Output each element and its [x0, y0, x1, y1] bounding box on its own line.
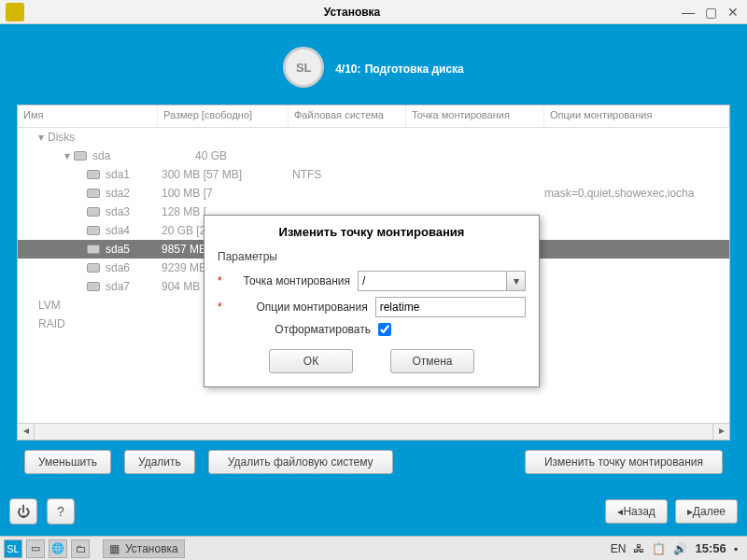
step-header: SL 4/10: Подготовка диска — [9, 34, 738, 105]
app-logo-icon — [6, 3, 24, 21]
back-button[interactable]: ◂ Назад — [605, 499, 667, 524]
mount-dialog: Изменить точку монтирования Параметры * … — [204, 215, 540, 387]
action-row: Уменьшить Удалить Удалить файловую систе… — [9, 441, 738, 483]
start-button[interactable]: SL — [4, 539, 22, 558]
opts-row: * Опции монтирования — [218, 297, 526, 317]
scroll-right-icon[interactable]: ▸ — [712, 424, 729, 440]
next-button[interactable]: ▸ Далее — [675, 499, 738, 524]
col-mount[interactable]: Точка монтирования — [406, 105, 544, 127]
help-button[interactable]: ? — [47, 498, 75, 525]
scroll-left-icon[interactable]: ◂ — [18, 424, 35, 440]
dialog-section: Параметры — [218, 250, 526, 263]
clipboard-icon[interactable]: 📋 — [652, 542, 666, 555]
collapse-icon[interactable]: ▾ — [64, 149, 70, 162]
main-area: SL 4/10: Подготовка диска Имя Размер [св… — [0, 24, 747, 536]
h-scrollbar[interactable]: ◂ ▸ — [18, 423, 729, 440]
partition-icon — [87, 245, 100, 254]
mount-label: Точка монтирования — [226, 274, 358, 287]
show-desktop-button[interactable]: ▭ — [26, 539, 45, 558]
step-progress: 4/10: — [335, 63, 360, 76]
tray-expand-icon[interactable]: ▪ — [734, 542, 738, 555]
partition-icon — [87, 189, 100, 198]
opts-input[interactable] — [375, 297, 526, 317]
format-row: Отформатировать — [218, 323, 526, 336]
format-checkbox[interactable] — [378, 323, 391, 336]
keyboard-layout[interactable]: EN — [611, 542, 627, 555]
table-header: Имя Размер [свободно] Файловая система Т… — [18, 105, 729, 128]
close-button[interactable]: ✕ — [725, 4, 741, 21]
collapse-icon[interactable]: ▾ — [38, 131, 44, 144]
required-icon: * — [218, 274, 222, 287]
required-icon: * — [218, 301, 222, 314]
partition-icon — [87, 226, 100, 235]
bottom-nav: ⏻ ? ◂ Назад ▸ Далее — [9, 498, 738, 525]
maximize-button[interactable]: ▢ — [702, 4, 719, 21]
browser-launcher[interactable]: 🌐 — [49, 539, 67, 558]
tree-part-sda1[interactable]: sda1300 MB [57 MB]NTFS — [18, 165, 729, 184]
partition-icon — [87, 170, 100, 179]
opts-label: Опции монтирования — [226, 301, 375, 314]
network-icon[interactable]: 🖧 — [633, 542, 644, 555]
chevron-down-icon[interactable]: ▾ — [507, 271, 526, 291]
titlebar: Установка — ▢ ✕ — [0, 0, 747, 24]
ok-button[interactable]: ОК — [269, 349, 353, 373]
tree-disks[interactable]: ▾Disks — [18, 128, 729, 147]
partition-icon — [87, 263, 100, 273]
col-name[interactable]: Имя — [18, 105, 158, 127]
col-fs[interactable]: Файловая система — [289, 105, 406, 127]
step-title: 4/10: Подготовка диска — [335, 60, 464, 76]
tree-part-sda2[interactable]: sda2100 MB [7mask=0,quiet,showexec,iocha — [18, 184, 729, 203]
files-launcher[interactable]: 🗀 — [71, 539, 90, 558]
partition-icon — [87, 207, 100, 217]
minimize-button[interactable]: — — [680, 4, 697, 21]
change-mount-button[interactable]: Изменить точку монтирования — [525, 450, 723, 474]
cancel-button[interactable]: Отмена — [390, 349, 474, 373]
partition-icon — [87, 282, 100, 291]
dialog-title: Изменить точку монтирования — [204, 216, 539, 246]
power-button[interactable]: ⏻ — [9, 498, 37, 525]
shrink-button[interactable]: Уменьшить — [24, 450, 111, 474]
mount-combobox[interactable]: ▾ — [358, 271, 526, 291]
taskbar: SL ▭ 🌐 🗀 ▦Установка EN 🖧 📋 🔊 15:56 ▪ — [0, 536, 747, 560]
format-label: Отформатировать — [229, 323, 378, 336]
mount-row: * Точка монтирования ▾ — [218, 271, 526, 291]
taskbar-app[interactable]: ▦Установка — [103, 539, 185, 558]
col-opts[interactable]: Опции монтирования — [544, 105, 729, 127]
step-name: Подготовка диска — [365, 63, 464, 76]
window-title: Установка — [30, 6, 674, 19]
disk-icon — [74, 151, 87, 161]
volume-icon[interactable]: 🔊 — [673, 542, 687, 555]
tree-sda[interactable]: ▾sda40 GB — [18, 147, 729, 165]
clock[interactable]: 15:56 — [695, 541, 726, 555]
delete-fs-button[interactable]: Удалить файловую систему — [208, 450, 393, 474]
step-icon: SL — [283, 47, 324, 88]
delete-button[interactable]: Удалить — [124, 450, 195, 474]
system-tray: EN 🖧 📋 🔊 15:56 ▪ — [611, 541, 743, 555]
col-size[interactable]: Размер [свободно] — [158, 105, 289, 127]
mount-input[interactable] — [358, 271, 507, 291]
